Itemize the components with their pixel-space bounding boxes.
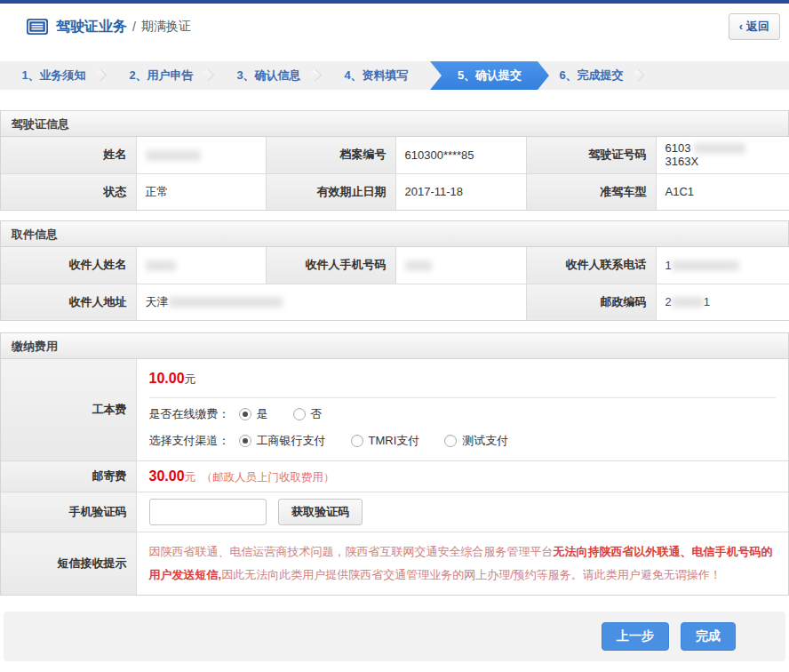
online-pay-caption: 是否在线缴费： [149, 406, 230, 422]
back-button-label: 返回 [746, 20, 769, 33]
recipient-name-value-redacted [136, 247, 266, 284]
captcha-label: 手机验证码 [1, 492, 136, 532]
channel-icbc-label: 工商银行支付 [257, 433, 326, 449]
document-list-icon [27, 19, 48, 35]
step-1-business-notice[interactable]: 1、业务须知 [0, 61, 108, 90]
redacted-blur [169, 297, 283, 308]
pay-channel-row: 选择支付渠道： 工商银行支付 TMRI支付 测试支付 [137, 425, 789, 460]
back-chevron-icon: ‹ [739, 20, 743, 33]
finish-button[interactable]: 完成 [681, 622, 736, 651]
postage-fee-cell: 30.00元（邮政人员上门收取费用） [136, 461, 788, 492]
radio-checked-icon[interactable] [239, 435, 251, 447]
postcode-label: 邮政编码 [526, 284, 656, 320]
valid-until-value: 2017-11-18 [395, 173, 526, 210]
status-label: 状态 [1, 173, 136, 210]
license-section-title: 驾驶证信息 [1, 111, 788, 137]
fees-section-title: 缴纳费用 [1, 333, 788, 359]
captcha-cell: 获取验证码 [136, 492, 788, 532]
captcha-input[interactable] [149, 499, 267, 525]
breadcrumb-separator: / [132, 20, 136, 34]
fees-section: 缴纳费用 工本费 10.00元 是否在线缴费： 是 否 选择支付渠道： [0, 332, 789, 596]
step-2-user-declaration[interactable]: 2、用户申告 [108, 61, 215, 90]
table-row: 工本费 10.00元 是否在线缴费： 是 否 选择支付渠道： 工商银行支付 TM… [1, 359, 788, 461]
page-header: 驾驶证业务 / 期满换证 ‹返回 [0, 4, 789, 50]
work-fee-unit: 元 [185, 372, 196, 386]
file-number-label: 档案编号 [266, 137, 395, 173]
recipient-phone-value: 1 [656, 247, 789, 284]
work-fee-cell: 10.00元 是否在线缴费： 是 否 选择支付渠道： 工商银行支付 TMRI支付… [136, 359, 788, 461]
name-label: 姓名 [1, 137, 136, 173]
postage-amount: 30.00 [149, 468, 185, 484]
get-captcha-button[interactable]: 获取验证码 [278, 499, 363, 525]
page-title[interactable]: 驾驶证业务 [56, 18, 127, 36]
sms-notice-label: 短信接收提示 [1, 532, 136, 596]
redacted-blur [146, 150, 201, 161]
redacted-blur [146, 260, 176, 271]
sms-notice-text: 因陕西省联通、电信运营商技术问题，陕西省互联网交通安全综合服务管理平台无法向持陕… [149, 540, 777, 587]
step-4-fill-data[interactable]: 4、资料填写 [323, 61, 430, 90]
file-number-value: 610300****85 [395, 137, 526, 173]
work-fee-amount-line: 10.00元 [137, 359, 789, 397]
vehicle-class-label: 准驾车型 [526, 173, 656, 210]
step-3-confirm-info[interactable]: 3、确认信息 [215, 61, 323, 90]
redacted-blur [405, 260, 432, 271]
sms-text-pre: 因陕西省联通、电信运营商技术问题，陕西省互联网交通安全综合服务管理平台 [149, 545, 554, 558]
previous-step-button[interactable]: 上一步 [602, 622, 669, 651]
pay-channel-caption: 选择支付渠道： [149, 433, 230, 449]
recipient-phone-label: 收件人联系电话 [526, 247, 656, 284]
vehicle-class-value: A1C1 [656, 173, 789, 210]
online-pay-yes-label: 是 [257, 406, 268, 422]
online-pay-yes-option[interactable]: 是 [239, 406, 268, 422]
license-number-label: 驾驶证号码 [526, 137, 656, 173]
license-info-table: 姓名 档案编号 610300****85 驾驶证号码 6103 3163X 状态… [1, 137, 789, 210]
breadcrumb-current: 期满换证 [141, 19, 191, 35]
table-row: 姓名 档案编号 610300****85 驾驶证号码 6103 3163X [1, 137, 789, 173]
table-row: 收件人地址 天津 邮政编码 21 [1, 284, 789, 320]
work-fee-label: 工本费 [1, 359, 136, 461]
fees-table: 工本费 10.00元 是否在线缴费： 是 否 选择支付渠道： 工商银行支付 TM… [1, 359, 788, 595]
recipient-name-label: 收件人姓名 [1, 247, 136, 284]
name-value-redacted [136, 137, 266, 173]
channel-tmri-option[interactable]: TMRI支付 [351, 433, 420, 449]
status-value: 正常 [136, 173, 266, 210]
table-row: 短信接收提示 因陕西省联通、电信运营商技术问题，陕西省互联网交通安全综合服务管理… [1, 532, 788, 596]
footer-action-bar: 上一步 完成 [4, 612, 785, 661]
recipient-address-value: 天津 [136, 284, 526, 320]
recipient-mobile-value-redacted [395, 247, 526, 284]
recipient-mobile-label: 收件人手机号码 [266, 247, 395, 284]
table-row: 收件人姓名 收件人手机号码 收件人联系电话 1 [1, 247, 789, 284]
radio-unchecked-icon[interactable] [444, 435, 457, 447]
redacted-blur [694, 143, 745, 154]
online-pay-no-option[interactable]: 否 [293, 406, 323, 422]
postage-fee-label: 邮寄费 [1, 461, 136, 492]
wizard-filler [645, 61, 789, 90]
pickup-info-table: 收件人姓名 收件人手机号码 收件人联系电话 1 收件人地址 天津 邮政编码 21 [1, 247, 789, 320]
radio-unchecked-icon[interactable] [293, 408, 306, 420]
step-wizard: 1、业务须知 2、用户申告 3、确认信息 4、资料填写 5、确认提交 6、完成提… [0, 61, 789, 90]
channel-test-option[interactable]: 测试支付 [444, 433, 508, 449]
back-button[interactable]: ‹返回 [729, 13, 780, 40]
radio-unchecked-icon[interactable] [351, 435, 363, 447]
step-6-finish-submit[interactable]: 6、完成提交 [538, 61, 645, 90]
redacted-blur [672, 297, 704, 308]
redacted-blur [672, 260, 739, 271]
online-pay-no-label: 否 [311, 406, 323, 422]
channel-tmri-label: TMRI支付 [369, 433, 420, 449]
license-info-section: 驾驶证信息 姓名 档案编号 610300****85 驾驶证号码 6103 31… [0, 110, 789, 211]
sms-notice-cell: 因陕西省联通、电信运营商技术问题，陕西省互联网交通安全综合服务管理平台无法向持陕… [136, 532, 788, 596]
table-row: 状态 正常 有效期止日期 2017-11-18 准驾车型 A1C1 [1, 173, 789, 210]
license-number-value: 6103 3163X [656, 137, 789, 173]
table-row: 手机验证码 获取验证码 [1, 492, 788, 532]
recipient-address-label: 收件人地址 [1, 284, 136, 320]
pickup-info-section: 取件信息 收件人姓名 收件人手机号码 收件人联系电话 1 收件人地址 天津 邮政… [0, 220, 789, 321]
sms-text-post: 因此无法向此类用户提供陕西省交通管理业务的网上办理/预约等服务。请此类用户避免无… [221, 568, 721, 581]
postcode-value: 21 [656, 284, 789, 320]
online-pay-row: 是否在线缴费： 是 否 [137, 398, 789, 425]
pickup-section-title: 取件信息 [1, 221, 788, 247]
step-5-confirm-submit-active[interactable]: 5、确认提交 [430, 61, 549, 90]
channel-icbc-option[interactable]: 工商银行支付 [239, 433, 326, 449]
postage-unit: 元 [185, 470, 196, 484]
table-row: 邮寄费 30.00元（邮政人员上门收取费用） [1, 461, 788, 492]
radio-checked-icon[interactable] [239, 408, 251, 420]
valid-until-label: 有效期止日期 [266, 173, 395, 210]
